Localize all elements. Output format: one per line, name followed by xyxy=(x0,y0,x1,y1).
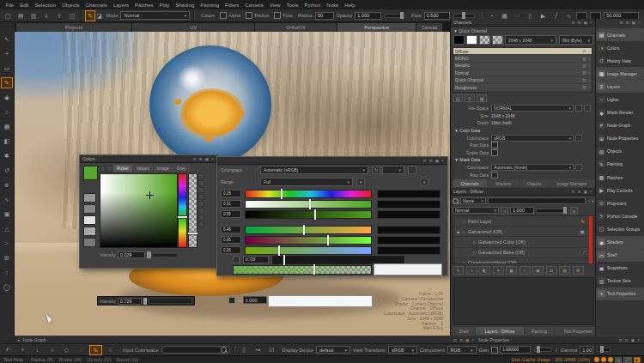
current-color-swatch[interactable] xyxy=(83,166,98,180)
range-dropdown[interactable]: Full ▾ xyxy=(260,178,353,186)
slider-handle[interactable] xyxy=(537,346,540,353)
menu-item[interactable]: Camera xyxy=(242,3,266,8)
component-dropdown[interactable]: RGB▾ xyxy=(447,346,477,354)
channels-palette-header[interactable]: Channels ⊟ ⊞ ▣ × xyxy=(451,19,596,27)
paint-checkbox[interactable]: Alpha xyxy=(220,12,240,19)
layer-action-button[interactable]: ▧ xyxy=(559,266,570,275)
window-controls[interactable]: ⊟ ⊞ ▣ × xyxy=(572,190,593,194)
color-swatch[interactable] xyxy=(83,193,96,203)
blue-value-field[interactable]: 0.26 xyxy=(221,246,241,254)
channel-row[interactable]: Quick Channel ▥ ▫ xyxy=(453,77,592,84)
tool-button[interactable]: + xyxy=(2,49,12,58)
palette-toggle[interactable]: ≻ Python Console xyxy=(596,209,644,222)
menu-item[interactable]: Edit xyxy=(17,3,32,8)
gamma-field[interactable]: 1.00 xyxy=(580,346,593,354)
filter-dropdown[interactable]: Name▾ xyxy=(460,197,486,204)
canvas-nav-icon[interactable]: ◇ xyxy=(61,345,72,354)
layer-action-button[interactable]: ✎ xyxy=(453,266,464,275)
channel-row[interactable]: MONO ▥ ▫ xyxy=(453,55,592,62)
display-device-dropdown[interactable]: default▾ xyxy=(316,346,350,354)
canvas-nav-icon[interactable]: ↓ xyxy=(32,345,43,354)
picker-option[interactable] xyxy=(198,215,204,221)
transparent-swatch[interactable] xyxy=(479,35,490,45)
saturation-value-picker[interactable] xyxy=(100,173,178,248)
palette-tab[interactable]: Image Manager xyxy=(550,179,594,187)
viewport-tab[interactable]: Perspective xyxy=(337,23,416,32)
palette-toggle[interactable]: ≡ Layers xyxy=(596,80,644,93)
menu-item[interactable]: Help xyxy=(342,3,358,8)
file-toolbar-icon[interactable]: ◫ xyxy=(67,11,77,21)
picker-option[interactable] xyxy=(198,208,204,214)
window-controls[interactable]: ⊟ ⊞ ▣ × xyxy=(620,21,641,25)
color-mgmt-icon[interactable]: ↝ xyxy=(252,345,264,354)
slider-marker[interactable] xyxy=(303,225,305,235)
colors-tab[interactable]: Values xyxy=(133,165,153,172)
channel-row[interactable]: Specular ▥ ▫ xyxy=(453,91,592,93)
layer-row[interactable]: ● ▷ Galvanized Base (Off) ∕ xyxy=(453,248,593,258)
slider-marker[interactable] xyxy=(281,189,283,199)
transparent-swatch[interactable] xyxy=(492,35,503,45)
slider-marker[interactable] xyxy=(313,264,315,275)
window-controls[interactable]: ⊟ ⊞ ▣ × xyxy=(572,21,593,25)
palette-toggle[interactable]: ◆ Modo Render xyxy=(596,106,644,119)
gamma-slider[interactable] xyxy=(597,348,611,352)
layer-scrollbar[interactable] xyxy=(589,216,592,263)
palette-toggle[interactable]: ▶ Play Controls xyxy=(596,184,644,197)
channel-depth-dropdown[interactable]: 8bit (Byte)▾ xyxy=(559,35,593,45)
file-space-button[interactable] xyxy=(584,105,591,112)
hue-marker[interactable] xyxy=(178,216,187,218)
status-badge[interactable] xyxy=(594,357,599,362)
palette-mini-button[interactable] xyxy=(106,166,112,172)
menu-item[interactable]: Python xyxy=(301,3,324,8)
buffer-icon[interactable]: ○ xyxy=(105,345,116,354)
tool-button[interactable]: △ xyxy=(2,224,12,233)
opacity-field[interactable]: 1.000 xyxy=(355,12,380,20)
paint-checkbox[interactable]: Flow xyxy=(274,12,293,19)
paint-checkbox[interactable]: Radius xyxy=(246,12,269,19)
grid-view-button[interactable]: ▦ xyxy=(477,94,487,102)
colorspace-reset-button[interactable]: ↻ xyxy=(372,166,380,174)
flow-field[interactable]: 0.500 xyxy=(424,12,450,20)
slider-track[interactable] xyxy=(149,298,192,304)
slider-marker[interactable] xyxy=(327,235,329,245)
layers-palette-header[interactable]: Layers - Diffuse ⊟ ⊞ ▣ × xyxy=(451,188,596,196)
tool-button[interactable]: ≈ xyxy=(2,239,12,248)
flow-slider[interactable] xyxy=(453,14,475,18)
menu-item[interactable]: Selection xyxy=(32,3,59,8)
slider-handle[interactable] xyxy=(400,12,404,19)
window-controls[interactable]: ⊟ ⊞ ▣ × xyxy=(619,338,641,342)
tool-button[interactable]: ↺ xyxy=(2,166,12,175)
colors-tab[interactable]: Picker xyxy=(113,165,132,172)
tool-button[interactable]: ↖ xyxy=(2,34,12,44)
channel-row[interactable]: Diffuse ▥ ▫ xyxy=(453,48,592,55)
color-mgmt-icon[interactable]: ☑ xyxy=(266,345,277,354)
black-swatch[interactable] xyxy=(453,35,465,45)
file-toolbar-icon[interactable]: ⇧ xyxy=(54,11,64,21)
status-badge[interactable] xyxy=(608,357,613,362)
tool-button[interactable]: ◯ xyxy=(2,282,12,292)
slider-marker[interactable] xyxy=(278,245,280,256)
palette-mini-button[interactable] xyxy=(100,166,106,172)
menu-item[interactable]: View xyxy=(266,3,283,8)
menu-item[interactable]: Layers xyxy=(110,3,131,8)
mask-colorspace-button[interactable] xyxy=(575,164,582,171)
menu-item[interactable]: Tools xyxy=(283,3,301,8)
alpha-gradient-slider[interactable] xyxy=(233,265,372,275)
layer-expander-icon[interactable]: ▷ xyxy=(473,250,477,255)
colorspace-dropdown[interactable]: Automatic (sRGB) ▾ xyxy=(260,166,368,174)
radius-field[interactable]: 50 xyxy=(315,12,334,20)
palette-toggle[interactable]: ▥ Texture Sets xyxy=(596,275,644,287)
intensity-field[interactable]: 0.029 xyxy=(118,251,145,258)
canvas-nav-icon[interactable]: ↶ xyxy=(3,345,14,354)
menu-item[interactable]: Nuke xyxy=(324,3,342,8)
picker-option[interactable] xyxy=(198,187,204,193)
channel-row[interactable]: Metallic ▥ ▫ xyxy=(453,63,592,70)
raw-data-checkbox[interactable] xyxy=(491,142,498,148)
opacity-slider[interactable] xyxy=(385,14,406,18)
layer-action-button[interactable]: ⇄ xyxy=(546,266,557,275)
palette-toggle[interactable]: ↺ History View xyxy=(596,54,644,67)
layer-opacity-slider[interactable] xyxy=(536,209,568,213)
layer-action-button[interactable]: ◉ xyxy=(532,266,544,275)
channel-row[interactable]: Normal ▥ ▫ xyxy=(453,70,592,76)
menu-item[interactable]: Shading xyxy=(173,3,197,8)
